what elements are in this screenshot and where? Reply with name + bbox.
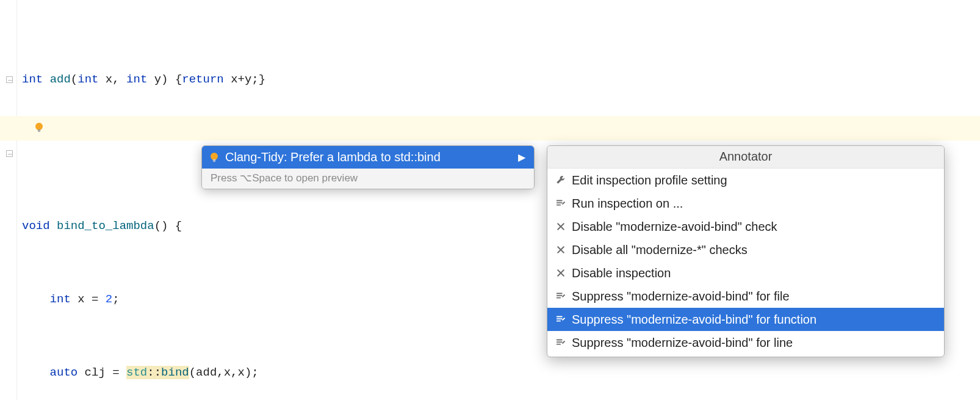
svg-point-0 xyxy=(35,123,43,130)
editor-gutter xyxy=(0,0,17,400)
submenu-item[interactable]: Suppress "modernize-avoid-bind" for line xyxy=(547,331,944,354)
svg-rect-2 xyxy=(38,131,40,133)
run-icon xyxy=(553,314,568,325)
submenu-item-label: Disable "modernize-avoid-bind" check xyxy=(572,218,935,235)
chevron-right-icon: ▶ xyxy=(518,151,525,163)
run-icon xyxy=(553,198,568,209)
fold-marker[interactable] xyxy=(6,76,13,83)
submenu-item-label: Suppress "modernize-avoid-bind" for func… xyxy=(572,311,935,328)
run-icon xyxy=(553,291,568,302)
intention-bulb-icon xyxy=(208,151,220,164)
submenu-item[interactable]: Disable "modernize-avoid-bind" check xyxy=(547,215,944,238)
submenu-item[interactable]: Disable inspection xyxy=(547,261,944,285)
function-name: add xyxy=(50,73,71,86)
inspection-popup: Clang-Tidy: Prefer a lambda to std::bind… xyxy=(201,145,535,189)
inspection-primary-action[interactable]: Clang-Tidy: Prefer a lambda to std::bind… xyxy=(202,146,534,169)
svg-rect-5 xyxy=(213,161,215,162)
inspection-submenu: Annotator Edit inspection profile settin… xyxy=(547,145,945,357)
submenu-item[interactable]: Run inspection on ... xyxy=(547,192,944,215)
svg-point-3 xyxy=(211,153,218,160)
x-icon xyxy=(553,245,568,255)
submenu-item-label: Edit inspection profile setting xyxy=(572,172,935,189)
x-icon xyxy=(553,222,568,231)
wrench-icon xyxy=(553,175,568,186)
submenu-item[interactable]: Edit inspection profile setting xyxy=(547,169,944,192)
run-icon xyxy=(553,337,568,348)
intention-bulb-icon[interactable] xyxy=(33,122,45,134)
submenu-item[interactable]: Suppress "modernize-avoid-bind" for func… xyxy=(547,308,944,331)
fold-marker[interactable] xyxy=(6,150,13,157)
submenu-item[interactable]: Suppress "modernize-avoid-bind" for file xyxy=(547,285,944,308)
code-line: int add(int x, int y) {return x+y;} xyxy=(22,67,980,92)
inspection-primary-label: Clang-Tidy: Prefer a lambda to std::bind xyxy=(220,150,513,164)
svg-rect-4 xyxy=(213,159,216,161)
code-line-warning: auto clj = std::bind(add,x,x); xyxy=(22,360,980,385)
submenu-title: Annotator xyxy=(547,146,944,169)
submenu-item-label: Suppress "modernize-avoid-bind" for line xyxy=(572,334,935,351)
submenu-item[interactable]: Disable all "modernize-*" checks xyxy=(547,238,944,261)
submenu-item-label: Run inspection on ... xyxy=(572,195,935,212)
submenu-item-label: Disable all "modernize-*" checks xyxy=(572,241,935,258)
keyword: int xyxy=(22,73,43,86)
submenu-item-label: Disable inspection xyxy=(572,264,935,282)
inspection-hint: Press ⌥Space to open preview xyxy=(202,169,534,189)
x-icon xyxy=(553,268,568,278)
svg-rect-1 xyxy=(38,129,41,131)
submenu-item-label: Suppress "modernize-avoid-bind" for file xyxy=(572,288,935,305)
